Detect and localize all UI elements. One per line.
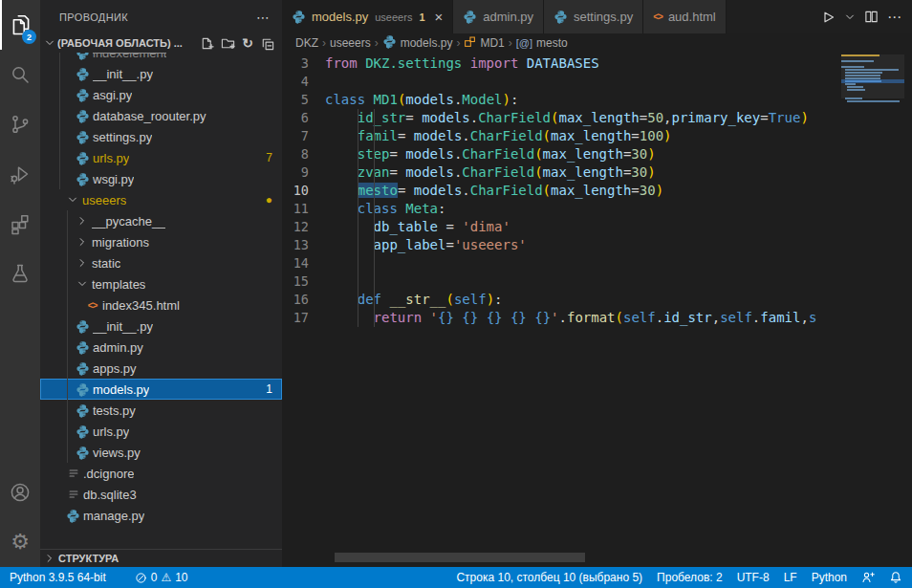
- code-line-16[interactable]: 16 def __str__(self):: [282, 291, 841, 309]
- activity-source-control[interactable]: [0, 99, 40, 149]
- minimap[interactable]: [841, 54, 904, 552]
- activity-run-debug[interactable]: [0, 149, 40, 199]
- status-encoding[interactable]: UTF-8: [737, 571, 770, 584]
- tree-item-indexelement[interactable]: indexelement: [40, 53, 282, 63]
- line-number: 3: [282, 54, 325, 73]
- code-line-17[interactable]: 17 return '{} {} {} {} {}'.format(self.i…: [282, 309, 841, 327]
- code-line-8[interactable]: 8 step= models.CharField(max_length=30): [282, 145, 841, 163]
- activity-search[interactable]: [0, 50, 40, 99]
- line-content: from DKZ.settings import DATABASES: [325, 54, 599, 73]
- tree-item-asgi.py[interactable]: asgi.py: [40, 84, 282, 105]
- tree-item-tests.py[interactable]: tests.py: [40, 400, 282, 421]
- new-file-icon[interactable]: [200, 36, 214, 51]
- tree-item-index345.html[interactable]: <>index345.html: [40, 294, 282, 316]
- explorer-more-actions-icon[interactable]: ⋯: [256, 10, 271, 25]
- tree-item-models.py[interactable]: models.py1: [40, 379, 282, 400]
- collapse-all-icon[interactable]: [260, 36, 274, 51]
- code-line-14[interactable]: 14: [282, 254, 841, 272]
- refresh-icon[interactable]: ↻: [242, 36, 253, 50]
- split-editor-icon[interactable]: [864, 10, 879, 24]
- outline-section-header[interactable]: СТРУКТУРА: [40, 549, 282, 567]
- activity-explorer[interactable]: 2: [0, 0, 40, 50]
- code-line-12[interactable]: 12 db_table = 'dima': [282, 218, 841, 236]
- tree-item-__init__.py[interactable]: __init__.py: [40, 63, 282, 84]
- tree-item-migrations[interactable]: migrations: [40, 231, 282, 252]
- tab-aud.html[interactable]: <>aud.html: [643, 0, 727, 33]
- tree-item-views.py[interactable]: views.py: [40, 442, 282, 463]
- code-line-5[interactable]: 5class MD1(models.Model):: [282, 91, 841, 109]
- breadcrumb-mesto[interactable]: [@]mesto: [516, 36, 568, 50]
- run-dropdown-icon[interactable]: [844, 11, 856, 23]
- minimap-slider[interactable]: [841, 54, 904, 98]
- status-problems[interactable]: 0⚠10: [135, 571, 188, 584]
- new-folder-icon[interactable]: [221, 36, 235, 51]
- activity-extensions[interactable]: [0, 199, 40, 249]
- breadcrumb-label: MD1: [480, 36, 504, 50]
- activity-settings[interactable]: ⚙: [0, 517, 40, 567]
- tree-item-urls.py[interactable]: urls.py: [40, 421, 282, 442]
- tree-item-database_roouter.py[interactable]: database_roouter.py: [40, 105, 282, 126]
- status-cursor-position[interactable]: Строка 10, столбец 10 (выбрано 5): [456, 571, 642, 584]
- tree-item-__pycache__[interactable]: __pycache__: [40, 210, 282, 231]
- close-icon[interactable]: ×: [435, 10, 444, 24]
- workspace-actions: ↻: [200, 36, 274, 51]
- code-line-9[interactable]: 9 zvan= models.CharField(max_length=30): [282, 163, 841, 182]
- tree-item-settings.py[interactable]: settings.py: [40, 126, 282, 147]
- status-python-interpreter[interactable]: Python 3.9.5 64-bit: [10, 571, 106, 584]
- status-indentation[interactable]: Пробелов: 2: [657, 571, 723, 584]
- status-notifications[interactable]: [889, 571, 902, 584]
- code-line-10[interactable]: 10 mesto= models.CharField(max_length=30…: [282, 182, 841, 200]
- tab-models.py[interactable]: models.pyuseeers1×: [282, 0, 453, 33]
- activity-testing[interactable]: [0, 249, 40, 298]
- tree-item-db.sqlite3[interactable]: db.sqlite3: [40, 484, 282, 505]
- tab-admin.py[interactable]: admin.py: [453, 0, 544, 33]
- tree-item-label: __init__.py: [93, 319, 153, 334]
- code-line-13[interactable]: 13 app_label='useeers': [282, 236, 841, 254]
- horizontal-scrollbar[interactable]: [335, 553, 585, 562]
- more-actions-icon[interactable]: ⋯: [887, 9, 902, 26]
- tab-settings.py[interactable]: settings.py: [544, 0, 643, 33]
- breadcrumb-DKZ[interactable]: DKZ: [295, 36, 318, 50]
- line-number: 4: [282, 73, 325, 91]
- tree-item-.dcignore[interactable]: .dcignore: [40, 463, 282, 484]
- tree-indent-guide: [67, 210, 68, 463]
- status-eol[interactable]: LF: [784, 571, 797, 584]
- code-line-15[interactable]: 15: [282, 272, 841, 291]
- tree-item-wsgi.py[interactable]: wsgi.py: [40, 168, 282, 189]
- symbol-python-icon: [382, 34, 397, 52]
- code-editor[interactable]: 3from DKZ.settings import DATABASES45cla…: [282, 53, 841, 553]
- python-file-icon: [75, 67, 91, 81]
- bell-icon: [889, 571, 902, 584]
- file-file-icon: [65, 488, 81, 501]
- tree-item-admin.py[interactable]: admin.py: [40, 337, 282, 358]
- line-content: class MD1(models.Model):: [325, 91, 518, 109]
- code-line-7[interactable]: 7 famil= models.CharField(max_length=100…: [282, 127, 841, 145]
- status-text: 10: [175, 571, 187, 584]
- status-language-mode[interactable]: Python: [812, 571, 847, 584]
- tree-item-templates[interactable]: templates: [40, 273, 282, 294]
- tree-item-label: __init__.py: [93, 67, 153, 81]
- python-file-icon: [75, 88, 91, 102]
- workspace-section-header[interactable]: (РАБОЧАЯ ОБЛАСТЬ) ... ↻: [40, 33, 282, 53]
- code-line-4[interactable]: 4: [282, 73, 841, 91]
- tree-item-useeers[interactable]: useeers●: [40, 189, 282, 210]
- breadcrumb-MD1[interactable]: MD1: [464, 35, 504, 51]
- code-line-3[interactable]: 3from DKZ.settings import DATABASES: [282, 54, 841, 73]
- tree-item-__init__.py[interactable]: __init__.py: [40, 316, 282, 337]
- line-content: step= models.CharField(max_length=30): [325, 145, 656, 163]
- code-line-11[interactable]: 11 class Meta:: [282, 200, 841, 218]
- breadcrumb-models.py[interactable]: models.py: [382, 34, 453, 52]
- activity-account[interactable]: [0, 468, 40, 517]
- code-line-6[interactable]: 6 id_str= models.CharField(max_length=50…: [282, 109, 841, 127]
- tree-item-apps.py[interactable]: apps.py: [40, 358, 282, 379]
- tree-item-static[interactable]: static: [40, 252, 282, 273]
- symbol-field-icon: [@]: [516, 36, 532, 50]
- status-feedback[interactable]: [861, 571, 875, 584]
- symbol-class-icon: [464, 35, 476, 51]
- tree-item-manage.py[interactable]: manage.py: [40, 505, 282, 526]
- tree-item-urls.py[interactable]: urls.py7: [40, 147, 282, 168]
- breadcrumb-useeers[interactable]: useeers: [330, 36, 371, 50]
- run-icon[interactable]: [820, 10, 836, 25]
- activity-bar-spacer: [0, 298, 40, 468]
- python-file-icon: [75, 446, 91, 460]
